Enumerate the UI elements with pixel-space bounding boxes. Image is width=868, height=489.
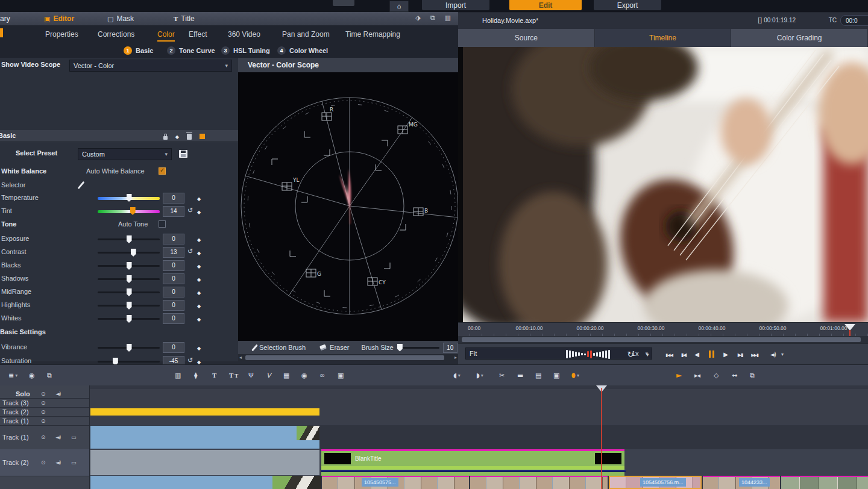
delete-clip-button[interactable]: [517, 370, 523, 381]
tab-color-grading[interactable]: Color Grading: [731, 29, 868, 47]
export-button[interactable]: Export: [594, 0, 661, 10]
tab-properties[interactable]: Properties: [45, 25, 78, 43]
scope-horizontal-scrollbar[interactable]: ◂ ▸: [238, 354, 458, 361]
eye-icon[interactable]: [41, 418, 46, 424]
timecode-field[interactable]: 00:0: [840, 15, 868, 26]
eye-icon[interactable]: [41, 409, 46, 415]
saturation-slider[interactable]: [98, 361, 160, 363]
keyframe-diamond-icon[interactable]: [197, 288, 201, 296]
tab-library[interactable]: ary: [0, 12, 10, 25]
track-header-video3[interactable]: [0, 476, 89, 489]
effect-clip-yellow[interactable]: [90, 408, 319, 416]
vibrance-slider[interactable]: [98, 347, 160, 349]
keyframe-diamond-icon[interactable]: [197, 302, 201, 310]
tab-corrections[interactable]: Corrections: [98, 25, 134, 43]
tab-effect[interactable]: Effect: [189, 25, 207, 43]
slider-thumb[interactable]: [127, 344, 132, 352]
highlights-slider[interactable]: [98, 305, 160, 307]
title-clip[interactable]: BlankTitle: [321, 449, 624, 466]
track-header-fx3[interactable]: Track (3): [0, 398, 89, 408]
bottom-clip-e[interactable]: [781, 476, 868, 489]
preset-dropdown[interactable]: Custom: [78, 148, 172, 160]
shadows-slider[interactable]: [98, 278, 160, 280]
tab-time-remapping[interactable]: Time Remapping: [345, 25, 400, 43]
keyframe-mode-button[interactable]: [714, 370, 719, 381]
whites-slider[interactable]: [98, 318, 160, 320]
pause-button[interactable]: [705, 348, 717, 360]
keyframe-diamond-icon[interactable]: [197, 195, 201, 202]
eye-icon[interactable]: [41, 434, 46, 440]
keyframe-tool-button[interactable]: [194, 370, 197, 381]
link-button[interactable]: [319, 370, 325, 381]
stretch-tool-button[interactable]: [732, 370, 737, 381]
fullscreen-timeline-button[interactable]: [750, 370, 755, 381]
step-hsl-tuning[interactable]: 3HSL Tuning: [221, 43, 270, 58]
eraser-button[interactable]: Eraser: [320, 344, 349, 351]
edit-button[interactable]: Edit: [509, 0, 582, 10]
slider-thumb[interactable]: [397, 344, 403, 352]
slider-thumb[interactable]: [130, 207, 136, 215]
brush-size-value[interactable]: 10: [443, 343, 458, 353]
voiceover-button[interactable]: [248, 370, 254, 381]
record-button[interactable]: [29, 370, 35, 381]
midrange-value[interactable]: 0: [163, 287, 184, 297]
loop-button[interactable]: [624, 348, 637, 360]
exposure-slider[interactable]: [98, 238, 160, 240]
reset-icon[interactable]: [187, 357, 193, 364]
select-tool-button[interactable]: [676, 370, 682, 381]
video-clip-track1[interactable]: [90, 426, 319, 449]
multicam-button[interactable]: [283, 370, 289, 381]
volume-button[interactable]: [767, 348, 779, 360]
eyedropper-icon[interactable]: [78, 181, 85, 189]
selection-brush-button[interactable]: Selection Brush: [254, 344, 306, 352]
home-button[interactable]: ⌂: [389, 1, 409, 12]
eye-icon[interactable]: [41, 400, 46, 406]
clipboard-button[interactable]: [535, 370, 541, 381]
keyframe-diamond-icon[interactable]: [197, 275, 201, 283]
tab-source[interactable]: Source: [458, 29, 595, 47]
trim-in-button[interactable]: [453, 370, 461, 381]
auto-tone-checkbox[interactable]: [159, 220, 166, 228]
video-preview[interactable]: [458, 47, 868, 322]
bottom-clip-b[interactable]: [470, 476, 608, 489]
tint-value[interactable]: 14: [163, 206, 184, 217]
tab-360-video[interactable]: 360 Video: [228, 25, 260, 43]
360-button[interactable]: [301, 370, 307, 381]
marker-button[interactable]: [571, 370, 579, 381]
slider-thumb[interactable]: [127, 194, 132, 202]
shuttle-control[interactable]: [552, 349, 624, 360]
slider-thumb[interactable]: [127, 235, 132, 243]
fx-track-1-lane[interactable]: [89, 416, 868, 426]
video-clip-track2[interactable]: [90, 450, 319, 475]
import-button[interactable]: Import: [422, 0, 489, 10]
brush-size-slider[interactable]: [397, 347, 439, 349]
step-basic[interactable]: 1Basic: [124, 43, 153, 58]
slider-thumb[interactable]: [127, 262, 132, 270]
lock-icon[interactable]: [163, 136, 168, 140]
track-header-video2[interactable]: Track (2): [0, 449, 89, 476]
keyframe-diamond-icon[interactable]: [197, 262, 201, 270]
scroll-left-icon[interactable]: ◂: [239, 355, 242, 360]
keyframe-diamond-icon[interactable]: [197, 235, 201, 243]
exposure-value[interactable]: 0: [163, 234, 184, 244]
jump-to-end-button[interactable]: [749, 348, 761, 360]
reset-icon[interactable]: [187, 207, 193, 214]
slider-thumb[interactable]: [127, 288, 132, 296]
tab-mask[interactable]: ▢Mask: [107, 12, 134, 25]
tab-color[interactable]: Color: [157, 25, 175, 43]
scope-mode-dropdown[interactable]: Vector - Color: [69, 60, 232, 72]
scrollbar-thumb[interactable]: [462, 337, 861, 342]
slider-thumb[interactable]: [127, 302, 132, 310]
image-button[interactable]: [338, 370, 344, 381]
keyframe-diamond-icon[interactable]: [175, 132, 179, 140]
dual-view-icon[interactable]: ▥: [445, 14, 451, 22]
reset-icon[interactable]: [187, 248, 193, 255]
shadows-value[interactable]: 0: [163, 273, 184, 284]
play-reverse-button[interactable]: [691, 348, 703, 360]
subtitle-tool-button[interactable]: [229, 370, 238, 381]
eye-icon[interactable]: [41, 459, 46, 466]
fx-track-3-lane[interactable]: [89, 398, 868, 408]
auto-white-balance-checkbox[interactable]: [159, 167, 166, 175]
vibrance-value[interactable]: 0: [163, 342, 184, 353]
keyframe-diamond-icon[interactable]: [197, 208, 201, 216]
